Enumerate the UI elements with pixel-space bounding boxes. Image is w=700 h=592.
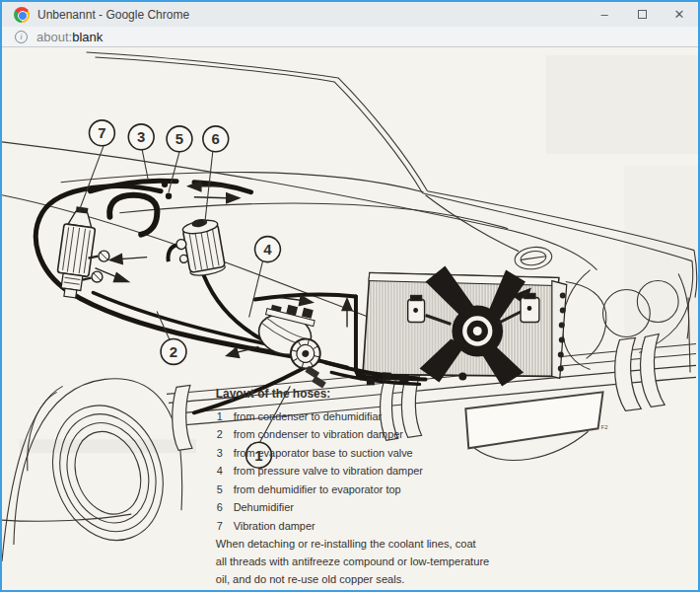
svg-text:5: 5 — [175, 130, 183, 147]
svg-text:4: 4 — [263, 241, 272, 258]
figure-label: F2 — [601, 424, 609, 430]
svg-text:6: 6 — [212, 130, 220, 147]
note-line: all threads with antifreeze compound or … — [216, 555, 490, 567]
window-title: Unbenannt - Google Chrome — [37, 8, 189, 22]
close-button[interactable]: ✕ — [661, 2, 698, 27]
title-bar[interactable]: Unbenannt - Google Chrome – ✕ — [2, 2, 698, 27]
legend-item-text: from condenser to vibration damper — [234, 428, 404, 440]
minimize-button[interactable]: – — [586, 2, 623, 27]
maximize-button[interactable] — [623, 2, 661, 27]
legend-item-text: Vibration damper — [234, 520, 315, 532]
legend-item-text: from evaporator base to suction valve — [234, 447, 413, 459]
legend-item-num: 5 — [217, 483, 223, 495]
radiator — [356, 266, 567, 387]
callout-7: 7 — [89, 120, 114, 146]
callout-6: 6 — [203, 126, 229, 152]
browser-window: Unbenannt - Google Chrome – ✕ i about:bl… — [0, 0, 700, 592]
svg-text:7: 7 — [98, 124, 105, 141]
legend-item-num: 1 — [217, 410, 223, 422]
legend-item-num: 7 — [217, 520, 223, 532]
scan-artifact — [20, 439, 196, 453]
callout-3: 3 — [128, 124, 154, 150]
note-line: oil, and do not re-use old copper seals. — [216, 573, 405, 585]
legend-item-num: 6 — [217, 501, 223, 513]
maximize-icon — [638, 10, 647, 19]
svg-text:3: 3 — [137, 128, 145, 145]
url-scheme: about: — [36, 30, 72, 44]
note-line: When detaching or re-installing the cool… — [216, 538, 477, 550]
scan-artifact — [546, 55, 698, 154]
callout-2: 2 — [161, 338, 186, 364]
legend-item-text: from pressure valve to vibration damper — [234, 465, 424, 477]
callout-4: 4 — [255, 237, 281, 262]
page-content: F2 — [2, 47, 698, 590]
info-icon[interactable]: i — [15, 31, 28, 43]
callout-5: 5 — [167, 126, 192, 152]
chrome-logo-icon — [14, 7, 30, 23]
legend-item-text: from condenser to dehumidifiar — [234, 410, 383, 422]
svg-text:2: 2 — [170, 343, 177, 360]
legend-item-num: 3 — [217, 447, 223, 459]
legend-item-num: 4 — [217, 465, 223, 477]
legend-item-text: Dehumidifier — [234, 501, 295, 513]
legend-heading: Layout of the hoses: — [216, 387, 331, 401]
window-controls: – ✕ — [586, 2, 698, 27]
legend-item-num: 2 — [217, 428, 223, 440]
legend-item-text: from dehumidifier to evaporator top — [234, 483, 401, 495]
url-bar[interactable]: i about:blank — [2, 27, 698, 47]
hose-layout-diagram: F2 — [2, 47, 698, 590]
url-path: blank — [72, 30, 103, 44]
